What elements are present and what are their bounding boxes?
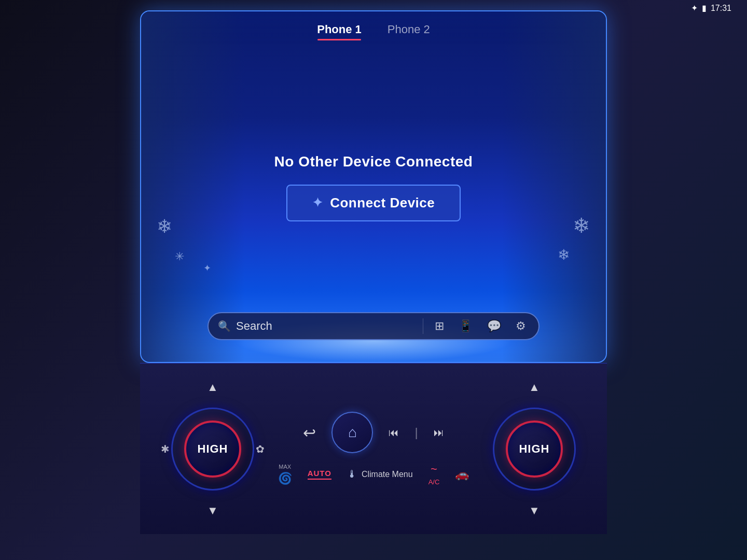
max-defrost-button[interactable]: MAX 🌀 xyxy=(278,464,292,485)
tab-phone2[interactable]: Phone 2 xyxy=(382,21,435,38)
climate-menu-button[interactable]: 🌡 Climate Menu xyxy=(347,468,413,480)
left-fan-control: ▲ ✱ HIGH ✿ ▼ xyxy=(161,377,265,521)
right-fan-control: ▲ HIGH ▼ xyxy=(482,377,586,521)
phone-tabs: Phone 1 Phone 2 xyxy=(312,11,435,44)
bottom-controls: ▲ ✱ HIGH ✿ ▼ ↩ ⌂ ⏮ | ⏭ xyxy=(140,363,607,534)
bluetooth-icon: ✦ xyxy=(691,3,698,13)
ac-label: A/C xyxy=(428,478,440,486)
apps-grid-icon[interactable]: ⊞ xyxy=(432,317,447,335)
bg-map-left xyxy=(141,11,245,363)
rear-defrost-button[interactable]: 🚗 xyxy=(455,468,469,481)
prev-track-button[interactable]: ⏮ xyxy=(389,427,399,439)
snowflake-decoration-1: ❄ xyxy=(157,216,172,237)
status-bar: ✦ ▮ 17:31 xyxy=(686,0,737,16)
thermometer-icon: 🌡 xyxy=(347,468,357,480)
search-bar: 🔍 Search ⊞ 📱 💬 ⚙ xyxy=(208,312,540,340)
right-fan-up-arrow[interactable]: ▲ xyxy=(525,377,543,397)
bg-map-right xyxy=(502,11,606,363)
bluetooth-icon-btn: ✦ xyxy=(312,195,323,210)
main-panel: Phone 1 Phone 2 No Other Device Connecte… xyxy=(140,10,607,363)
right-fan-down-arrow[interactable]: ▼ xyxy=(525,501,543,521)
battery-icon: ▮ xyxy=(702,3,707,13)
search-icon: 🔍 xyxy=(218,320,231,332)
left-fan-label: HIGH xyxy=(198,442,228,456)
tab-phone1[interactable]: Phone 1 xyxy=(312,21,367,38)
snowflake-decoration-2: ✳ xyxy=(175,250,184,263)
right-fan-knob-inner: HIGH xyxy=(506,421,563,478)
fan-dir-left-icon[interactable]: ✱ xyxy=(161,443,170,455)
home-icon: ⌂ xyxy=(348,424,357,441)
snowflake-decoration-3: ✦ xyxy=(203,262,211,274)
search-divider xyxy=(423,318,423,334)
ac-button[interactable]: ~ A/C xyxy=(428,463,440,486)
search-label: Search xyxy=(236,319,272,333)
clock: 17:31 xyxy=(711,4,731,13)
center-controls: ↩ ⌂ ⏮ | ⏭ MAX 🌀 AUTO xyxy=(278,412,469,486)
settings-icon[interactable]: ⚙ xyxy=(513,317,529,335)
left-fan-directional: ✱ HIGH ✿ xyxy=(161,397,265,501)
left-fan-up-arrow[interactable]: ▲ xyxy=(204,377,222,397)
home-button[interactable]: ⌂ xyxy=(331,412,373,453)
left-fan-knob-inner: HIGH xyxy=(184,421,241,478)
left-fan-down-arrow[interactable]: ▼ xyxy=(204,501,222,521)
snowflake-decoration-5: ❄ xyxy=(558,246,570,263)
auto-label: AUTO xyxy=(308,469,331,480)
back-button[interactable]: ↩ xyxy=(303,424,316,442)
max-label: MAX xyxy=(279,464,291,470)
left-fan-knob[interactable]: HIGH xyxy=(171,408,254,491)
search-input-area[interactable]: 🔍 Search xyxy=(218,319,414,333)
next-track-button[interactable]: ⏭ xyxy=(434,427,444,439)
snowflake-decoration-4: ❄ xyxy=(573,214,590,237)
climate-menu-label: Climate Menu xyxy=(362,470,413,479)
defrost-icon: 🌀 xyxy=(278,472,292,485)
right-fan-directional: HIGH xyxy=(482,397,586,501)
no-device-message: No Other Device Connected xyxy=(274,153,473,170)
climate-row: MAX 🌀 AUTO 🌡 Climate Menu ~ xyxy=(278,463,469,486)
auto-button[interactable]: AUTO xyxy=(308,469,331,480)
media-row: ↩ ⌂ ⏮ | ⏭ xyxy=(303,412,444,453)
right-fan-label: HIGH xyxy=(519,442,549,456)
screen-container: ✦ ▮ 17:31 Phone 1 Phone 2 No Other Devic… xyxy=(0,0,747,560)
media-separator: | xyxy=(414,425,418,440)
ac-icon: ~ xyxy=(431,463,437,476)
connect-device-button[interactable]: ✦ Connect Device xyxy=(286,185,461,221)
right-fan-knob[interactable]: HIGH xyxy=(493,408,576,491)
rear-defrost-icon: 🚗 xyxy=(455,468,469,481)
phone-icon[interactable]: 📱 xyxy=(455,317,476,335)
messages-icon[interactable]: 💬 xyxy=(484,317,504,335)
fan-dir-right-icon[interactable]: ✿ xyxy=(256,443,265,455)
